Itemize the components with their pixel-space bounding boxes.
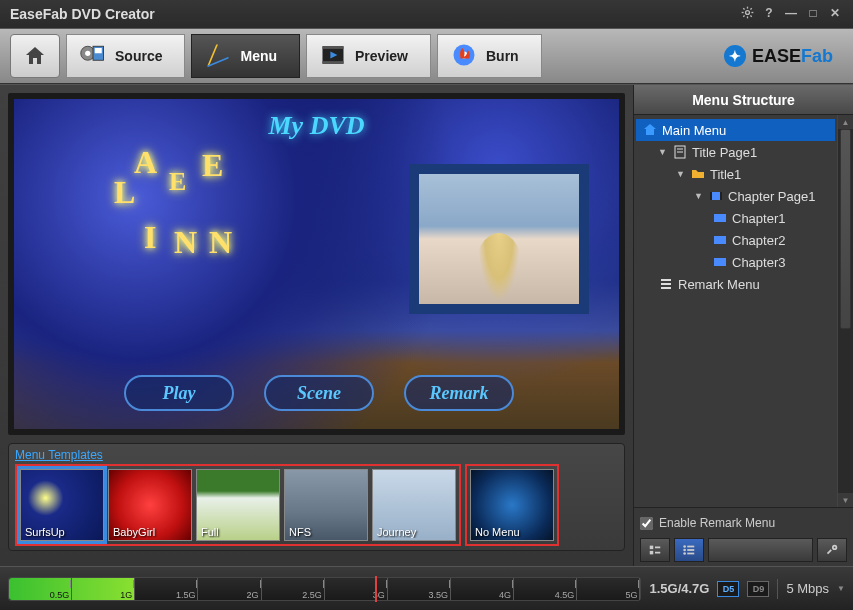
view-list-button[interactable] bbox=[674, 538, 704, 562]
template-nomenu[interactable]: No Menu bbox=[470, 469, 554, 541]
video-thumbnail[interactable] bbox=[409, 164, 589, 314]
svg-rect-14 bbox=[323, 46, 344, 49]
svg-rect-12 bbox=[95, 48, 102, 53]
gauge-ticks: 0.5G 1G 1.5G 2G 2.5G 3G 3.5G 4G 4.5G 5G bbox=[9, 578, 640, 600]
svg-point-42 bbox=[683, 552, 686, 555]
svg-rect-38 bbox=[655, 547, 660, 549]
template-nfs[interactable]: NFS bbox=[284, 469, 368, 541]
menu-play-button[interactable]: Play bbox=[124, 375, 234, 411]
chevron-down-icon[interactable]: ▼ bbox=[658, 147, 668, 157]
svg-point-0 bbox=[745, 11, 749, 15]
tab-menu-label: Menu bbox=[240, 48, 277, 64]
burn-icon bbox=[450, 41, 478, 72]
svg-rect-36 bbox=[650, 546, 654, 550]
bitrate: 5 Mbps bbox=[786, 581, 829, 596]
template-journey[interactable]: Journey bbox=[372, 469, 456, 541]
clip-icon bbox=[712, 211, 728, 225]
svg-rect-28 bbox=[710, 192, 712, 200]
svg-rect-45 bbox=[687, 553, 694, 555]
clip-icon bbox=[708, 189, 724, 203]
chevron-down-icon[interactable]: ▼ bbox=[676, 169, 686, 179]
tree-chapter3[interactable]: Chapter3 bbox=[636, 251, 835, 273]
tab-burn-label: Burn bbox=[486, 48, 519, 64]
view-thumb-button[interactable] bbox=[640, 538, 670, 562]
tree-chapter1[interactable]: Chapter1 bbox=[636, 207, 835, 229]
svg-rect-43 bbox=[687, 546, 694, 548]
enable-remark-label: Enable Remark Menu bbox=[659, 516, 775, 530]
minimize-icon[interactable]: — bbox=[783, 6, 799, 22]
app-title: EaseFab DVD Creator bbox=[10, 6, 155, 22]
home-button[interactable] bbox=[10, 34, 60, 78]
settings-button[interactable] bbox=[817, 538, 847, 562]
title-bar: EaseFab DVD Creator ? — □ ✕ bbox=[0, 0, 853, 28]
svg-rect-37 bbox=[650, 551, 654, 555]
template-full[interactable]: Full bbox=[196, 469, 280, 541]
maximize-icon[interactable]: □ bbox=[805, 6, 821, 22]
brand-icon: ✦ bbox=[724, 45, 746, 67]
list-icon bbox=[658, 277, 674, 291]
tree-remark-menu[interactable]: Remark Menu bbox=[636, 273, 835, 295]
svg-line-5 bbox=[743, 8, 744, 9]
enable-remark-checkbox[interactable] bbox=[640, 517, 653, 530]
clip-icon bbox=[712, 255, 728, 269]
spacer-button bbox=[708, 538, 813, 562]
menu-structure-panel: Menu Structure Main Menu ▼ Title Page1 ▼… bbox=[633, 85, 853, 566]
preview-icon bbox=[319, 41, 347, 72]
rate-dropdown-icon[interactable]: ▼ bbox=[837, 584, 845, 593]
svg-line-7 bbox=[743, 15, 744, 16]
template-babygirl[interactable]: BabyGirl bbox=[108, 469, 192, 541]
dvd-title[interactable]: My DVD bbox=[14, 111, 619, 141]
help-icon[interactable]: ? bbox=[761, 6, 777, 22]
svg-point-41 bbox=[683, 549, 686, 552]
templates-group-themes: SurfsUp BabyGirl Full NFS Journey bbox=[15, 464, 461, 546]
size-gauge[interactable]: 0.5G 1G 1.5G 2G 2.5G 3G 3.5G 4G 4.5G 5G bbox=[8, 577, 641, 601]
svg-rect-34 bbox=[661, 283, 671, 285]
menu-remark-button[interactable]: Remark bbox=[404, 375, 514, 411]
gauge-marker bbox=[375, 576, 377, 602]
tree-chapter2[interactable]: Chapter2 bbox=[636, 229, 835, 251]
brand-logo: ✦ EASEFab bbox=[724, 45, 843, 67]
chevron-down-icon[interactable]: ▼ bbox=[694, 191, 704, 201]
scroll-up-icon[interactable]: ▲ bbox=[838, 115, 853, 129]
d5-badge[interactable]: D5 bbox=[717, 581, 739, 597]
folder-icon bbox=[690, 167, 706, 181]
svg-rect-33 bbox=[661, 279, 671, 281]
tree-main-menu[interactable]: Main Menu bbox=[636, 119, 835, 141]
menu-scene-button[interactable]: Scene bbox=[264, 375, 374, 411]
svg-rect-29 bbox=[720, 192, 722, 200]
tab-preview[interactable]: Preview bbox=[306, 34, 431, 78]
disc-size: 1.5G/4.7G bbox=[649, 581, 709, 596]
tab-menu[interactable]: Menu bbox=[191, 34, 300, 78]
panel-header: Menu Structure bbox=[634, 85, 853, 115]
tree-scrollbar[interactable]: ▲ ▼ bbox=[837, 115, 853, 507]
scroll-thumb[interactable] bbox=[840, 129, 851, 329]
templates-panel: Menu Templates SurfsUp BabyGirl Full NFS… bbox=[8, 443, 625, 551]
clip-icon bbox=[712, 233, 728, 247]
svg-rect-32 bbox=[714, 258, 726, 266]
d9-badge[interactable]: D9 bbox=[747, 581, 769, 597]
menu-icon bbox=[204, 41, 232, 72]
svg-rect-46 bbox=[827, 549, 832, 554]
tab-preview-label: Preview bbox=[355, 48, 408, 64]
settings-icon[interactable] bbox=[739, 6, 755, 22]
close-icon[interactable]: ✕ bbox=[827, 6, 843, 22]
templates-group-nomenu: No Menu bbox=[465, 464, 559, 546]
menu-preview: A L E E I N N My DVD Play Scene Remark bbox=[8, 93, 625, 435]
tab-source[interactable]: Source bbox=[66, 34, 185, 78]
svg-rect-30 bbox=[714, 214, 726, 222]
workspace: T 16:9 A L E E I N N My DVD Play Scene R… bbox=[0, 84, 853, 566]
main-toolbar: Source Menu Preview Burn ✦ EASEFab bbox=[0, 28, 853, 84]
tree-chapter-page1[interactable]: ▼ Chapter Page1 bbox=[636, 185, 835, 207]
tree-title-page1[interactable]: ▼ Title Page1 bbox=[636, 141, 835, 163]
tree-title1[interactable]: ▼ Title1 bbox=[636, 163, 835, 185]
tab-source-label: Source bbox=[115, 48, 162, 64]
svg-rect-15 bbox=[323, 61, 344, 64]
scroll-down-icon[interactable]: ▼ bbox=[838, 493, 853, 507]
svg-rect-35 bbox=[661, 287, 671, 289]
svg-rect-31 bbox=[714, 236, 726, 244]
templates-label[interactable]: Menu Templates bbox=[15, 448, 618, 462]
template-surfsup[interactable]: SurfsUp bbox=[20, 469, 104, 541]
svg-line-8 bbox=[750, 8, 751, 9]
page-icon bbox=[672, 145, 688, 159]
tab-burn[interactable]: Burn bbox=[437, 34, 542, 78]
